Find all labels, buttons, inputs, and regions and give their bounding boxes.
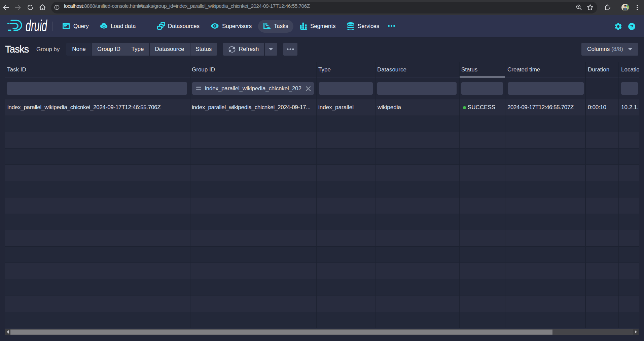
- svg-text:?: ?: [630, 24, 633, 29]
